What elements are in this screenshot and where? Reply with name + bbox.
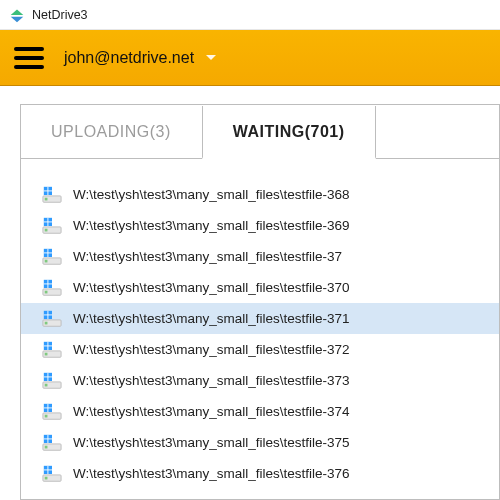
tab-strip: UPLOADING(3) WAITING(701) <box>21 105 499 159</box>
svg-rect-23 <box>45 321 48 324</box>
file-path: W:\test\ysh\test3\many_small_files\testf… <box>73 404 350 419</box>
tab-waiting-label: WAITING(701) <box>233 123 345 141</box>
list-item[interactable]: W:\test\ysh\test3\many_small_files\testf… <box>21 396 499 427</box>
tab-waiting[interactable]: WAITING(701) <box>202 106 376 159</box>
drive-icon <box>41 247 63 267</box>
menu-button[interactable] <box>14 47 44 69</box>
svg-rect-13 <box>45 259 48 262</box>
file-path: W:\test\ysh\test3\many_small_files\testf… <box>73 249 342 264</box>
svg-rect-38 <box>45 414 48 417</box>
drive-icon <box>41 309 63 329</box>
drive-icon <box>41 371 63 391</box>
file-path: W:\test\ysh\test3\many_small_files\testf… <box>73 373 350 388</box>
svg-marker-0 <box>11 9 24 14</box>
transfer-panel: UPLOADING(3) WAITING(701) W:\test\ysh\te… <box>20 104 500 500</box>
drive-icon <box>41 278 63 298</box>
list-item[interactable]: W:\test\ysh\test3\many_small_files\testf… <box>21 334 499 365</box>
file-path: W:\test\ysh\test3\many_small_files\testf… <box>73 187 350 202</box>
file-path: W:\test\ysh\test3\many_small_files\testf… <box>73 435 350 450</box>
file-path: W:\test\ysh\test3\many_small_files\testf… <box>73 342 350 357</box>
window-titlebar: NetDrive3 <box>0 0 500 30</box>
svg-rect-33 <box>45 383 48 386</box>
svg-rect-8 <box>45 228 48 231</box>
svg-rect-18 <box>45 290 48 293</box>
svg-marker-1 <box>11 16 24 21</box>
content-area: UPLOADING(3) WAITING(701) W:\test\ysh\te… <box>0 86 500 500</box>
account-dropdown[interactable]: john@netdrive.net <box>64 49 216 67</box>
file-path: W:\test\ysh\test3\many_small_files\testf… <box>73 280 350 295</box>
drive-icon <box>41 216 63 236</box>
list-item[interactable]: W:\test\ysh\test3\many_small_files\testf… <box>21 179 499 210</box>
file-list[interactable]: W:\test\ysh\test3\many_small_files\testf… <box>21 159 499 489</box>
file-path: W:\test\ysh\test3\many_small_files\testf… <box>73 311 350 326</box>
account-email: john@netdrive.net <box>64 49 194 67</box>
file-path: W:\test\ysh\test3\many_small_files\testf… <box>73 466 350 481</box>
svg-rect-3 <box>45 197 48 200</box>
drive-icon <box>41 185 63 205</box>
chevron-down-icon <box>206 55 216 60</box>
window-title: NetDrive3 <box>32 8 88 22</box>
list-item[interactable]: W:\test\ysh\test3\many_small_files\testf… <box>21 210 499 241</box>
list-item[interactable]: W:\test\ysh\test3\many_small_files\testf… <box>21 365 499 396</box>
list-item[interactable]: W:\test\ysh\test3\many_small_files\testf… <box>21 427 499 458</box>
drive-icon <box>41 402 63 422</box>
app-header: john@netdrive.net <box>0 30 500 86</box>
app-logo-icon <box>8 6 26 24</box>
drive-icon <box>41 340 63 360</box>
list-item[interactable]: W:\test\ysh\test3\many_small_files\testf… <box>21 241 499 272</box>
drive-icon <box>41 464 63 484</box>
list-item[interactable]: W:\test\ysh\test3\many_small_files\testf… <box>21 272 499 303</box>
svg-rect-48 <box>45 476 48 479</box>
tab-uploading-label: UPLOADING(3) <box>51 123 171 141</box>
svg-rect-43 <box>45 445 48 448</box>
list-item[interactable]: W:\test\ysh\test3\many_small_files\testf… <box>21 458 499 489</box>
list-item[interactable]: W:\test\ysh\test3\many_small_files\testf… <box>21 303 499 334</box>
file-path: W:\test\ysh\test3\many_small_files\testf… <box>73 218 350 233</box>
tab-uploading[interactable]: UPLOADING(3) <box>21 105 202 158</box>
drive-icon <box>41 433 63 453</box>
svg-rect-28 <box>45 352 48 355</box>
